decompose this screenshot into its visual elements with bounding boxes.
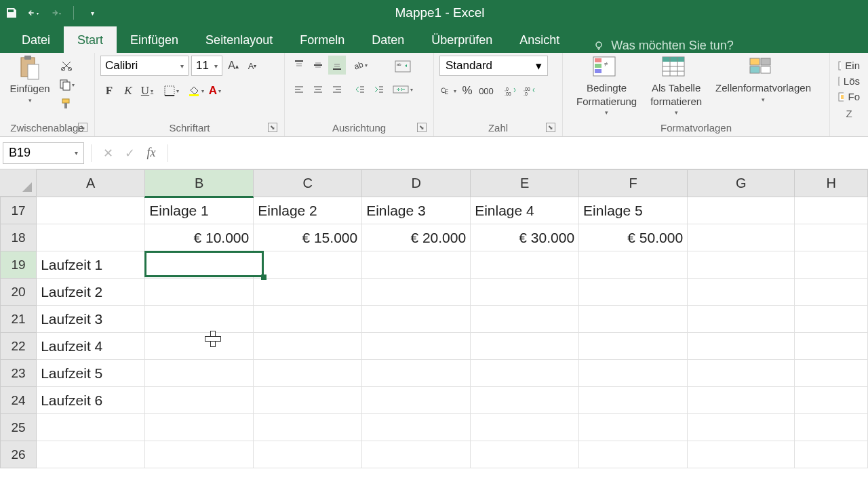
- paste-button[interactable]: Einfügen ▾: [5, 56, 54, 104]
- cell-D26[interactable]: [362, 441, 471, 468]
- cell-E23[interactable]: [471, 360, 579, 387]
- row-header-18[interactable]: 18: [1, 224, 37, 251]
- increase-font-button[interactable]: A▴: [225, 56, 241, 75]
- cell-G17[interactable]: [688, 197, 795, 224]
- cell-B21[interactable]: [145, 306, 254, 333]
- decrease-decimal-button[interactable]: ,00,0: [521, 81, 538, 100]
- cell-B19[interactable]: [145, 251, 254, 279]
- cell-H25[interactable]: [795, 414, 868, 441]
- cell-F18[interactable]: € 50.000: [579, 224, 688, 251]
- enter-formula-button[interactable]: ✓: [120, 144, 139, 163]
- cell-A18[interactable]: [37, 224, 145, 251]
- cell-B23[interactable]: [145, 360, 254, 387]
- align-bottom-button[interactable]: [328, 56, 346, 75]
- cell-H23[interactable]: [795, 360, 868, 387]
- cell-E19[interactable]: [471, 251, 579, 279]
- insert-function-button[interactable]: fx: [142, 144, 161, 163]
- cell-E25[interactable]: [471, 414, 579, 441]
- cell-E24[interactable]: [471, 387, 579, 414]
- alignment-launcher[interactable]: ⬊: [417, 123, 427, 132]
- cell-A25[interactable]: [37, 414, 145, 441]
- conditional-formatting-button[interactable]: ≠ Bedingte Formatierung▾: [576, 56, 637, 117]
- save-icon[interactable]: [5, 7, 18, 19]
- cell-A26[interactable]: [37, 441, 145, 468]
- cell-H20[interactable]: [795, 279, 868, 306]
- cell-C23[interactable]: [254, 360, 362, 387]
- tab-seitenlayout[interactable]: Seitenlayout: [192, 26, 286, 53]
- cell-G25[interactable]: [688, 414, 795, 441]
- italic-button[interactable]: K: [119, 81, 137, 100]
- align-left-button[interactable]: [290, 80, 308, 99]
- cell-F23[interactable]: [579, 360, 688, 387]
- cell-E17[interactable]: Einlage 4: [471, 197, 579, 224]
- cell-D20[interactable]: [362, 279, 471, 306]
- col-header-E[interactable]: E: [471, 170, 579, 197]
- cell-B24[interactable]: [145, 387, 254, 414]
- cell-G24[interactable]: [688, 387, 795, 414]
- cell-H24[interactable]: [795, 387, 868, 414]
- number-launcher[interactable]: ⬊: [546, 123, 555, 132]
- bold-button[interactable]: F: [100, 81, 118, 100]
- tab-start[interactable]: Start: [64, 26, 117, 53]
- row-header-23[interactable]: 23: [1, 360, 37, 387]
- cell-D25[interactable]: [362, 414, 471, 441]
- cell-G22[interactable]: [688, 333, 795, 360]
- font-launcher[interactable]: ⬊: [268, 123, 277, 132]
- cell-H18[interactable]: [795, 224, 868, 251]
- formula-input[interactable]: [175, 143, 865, 163]
- cell-F26[interactable]: [579, 441, 688, 468]
- decrease-font-button[interactable]: A▾: [244, 56, 260, 75]
- merge-button[interactable]: [392, 80, 414, 99]
- cell-C24[interactable]: [254, 387, 362, 414]
- qat-customize-icon[interactable]: ▾: [86, 7, 98, 19]
- percent-button[interactable]: %: [458, 81, 476, 100]
- cell-B22[interactable]: [145, 333, 254, 360]
- cell-C18[interactable]: € 15.000: [254, 224, 362, 251]
- cell-B17[interactable]: Einlage 1: [145, 197, 254, 224]
- cell-F21[interactable]: [579, 306, 688, 333]
- format-cells-button[interactable]: Fo: [838, 91, 860, 102]
- increase-decimal-button[interactable]: ,0,00: [502, 81, 519, 100]
- cell-H26[interactable]: [795, 441, 868, 468]
- number-format-combo[interactable]: Standard▾: [439, 56, 548, 76]
- select-all-corner[interactable]: [0, 169, 37, 197]
- cell-D19[interactable]: [362, 251, 471, 279]
- row-header-24[interactable]: 24: [1, 387, 37, 414]
- align-center-button[interactable]: [309, 80, 327, 99]
- format-as-table-button[interactable]: Als Tabelle formatieren▾: [650, 56, 702, 117]
- cell-D17[interactable]: Einlage 3: [362, 197, 471, 224]
- col-header-H[interactable]: H: [795, 170, 868, 197]
- tab-ansicht[interactable]: Ansicht: [506, 26, 573, 53]
- row-header-26[interactable]: 26: [1, 441, 37, 468]
- cell-C26[interactable]: [254, 441, 362, 468]
- tell-me-search[interactable]: Was möchten Sie tun?: [593, 39, 733, 53]
- decrease-indent-button[interactable]: [351, 80, 369, 99]
- col-header-A[interactable]: A: [37, 170, 145, 197]
- cell-D21[interactable]: [362, 306, 471, 333]
- worksheet-grid[interactable]: ABCDEFGH17Einlage 1Einlage 2Einlage 3Ein…: [0, 169, 868, 468]
- cell-G20[interactable]: [688, 279, 795, 306]
- underline-button[interactable]: U: [138, 81, 156, 100]
- fill-handle[interactable]: [261, 274, 267, 280]
- currency-button[interactable]: ₠: [439, 81, 457, 100]
- cell-C21[interactable]: [254, 306, 362, 333]
- insert-cells-button[interactable]: Ein: [838, 60, 860, 71]
- clipboard-launcher[interactable]: ⬊: [78, 123, 87, 132]
- cell-G26[interactable]: [688, 441, 795, 468]
- col-header-G[interactable]: G: [688, 170, 795, 197]
- undo-icon[interactable]: ▾: [27, 7, 39, 19]
- delete-cells-button[interactable]: Lös: [838, 75, 860, 87]
- cell-D22[interactable]: [362, 333, 471, 360]
- cell-F17[interactable]: Einlage 5: [579, 197, 688, 224]
- tab-datei[interactable]: Datei: [8, 26, 64, 53]
- row-header-22[interactable]: 22: [1, 333, 37, 360]
- cell-E26[interactable]: [471, 441, 579, 468]
- cell-F22[interactable]: [579, 333, 688, 360]
- col-header-C[interactable]: C: [254, 170, 362, 197]
- borders-button[interactable]: [163, 81, 180, 100]
- cell-C19[interactable]: [254, 251, 362, 279]
- copy-button[interactable]: ▾: [58, 77, 75, 92]
- cell-A17[interactable]: [37, 197, 145, 224]
- cell-D23[interactable]: [362, 360, 471, 387]
- orientation-button[interactable]: ab: [351, 56, 369, 75]
